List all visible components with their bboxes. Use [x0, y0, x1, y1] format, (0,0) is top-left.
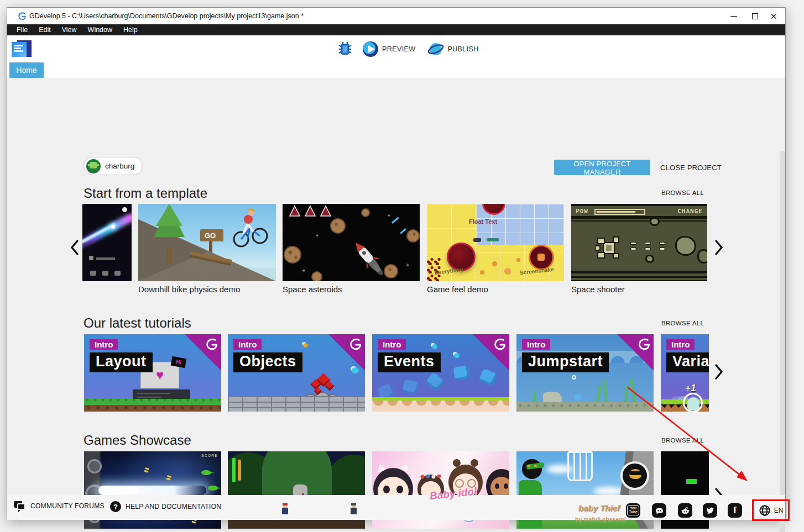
carousel-left-arrow-templates[interactable]	[69, 239, 81, 256]
title-bar[interactable]: GDevelop 5 - C:\Users\charburg\Documents…	[7, 8, 785, 24]
open-project-manager-button[interactable]: OPEN PROJECT MANAGER	[554, 160, 650, 175]
menu-view[interactable]: View	[57, 25, 82, 35]
close-icon: ✕	[770, 12, 777, 20]
username: charburg	[105, 162, 134, 170]
template-label-downhill[interactable]: Downhill bike physics demo	[138, 285, 240, 294]
template-card-downhill[interactable]: GO	[138, 204, 276, 281]
shooter-ship	[596, 236, 622, 260]
menu-help[interactable]: Help	[118, 25, 143, 35]
window-title: GDevelop 5 - C:\Users\charburg\Documents…	[29, 12, 304, 20]
gdevelop-g-icon	[347, 337, 362, 352]
minimize-icon	[730, 16, 737, 17]
info-icon	[122, 207, 127, 212]
language-selector[interactable]: EN	[752, 499, 790, 521]
asteroids-art	[283, 204, 420, 281]
babythief-title-art: baby Thief	[578, 503, 620, 513]
score-text: SCORE	[201, 454, 218, 457]
template-card-space-asteroids[interactable]	[283, 204, 420, 281]
tutorial-card-objects[interactable]: Intro Objects	[228, 334, 365, 412]
reddit-icon	[681, 506, 690, 515]
community-forums-link[interactable]: COMMUNITY FORUMS	[14, 501, 105, 511]
intro-badge: Intro	[233, 339, 262, 350]
preview-play-icon[interactable]	[362, 41, 379, 57]
facebook-icon: f	[733, 505, 737, 516]
go-sign-text: GO	[205, 231, 216, 240]
discord-icon	[655, 506, 664, 515]
maximize-icon	[752, 13, 758, 19]
menu-edit[interactable]: Edit	[34, 25, 56, 35]
heart-shape: ♥	[156, 368, 164, 382]
debug-icon[interactable]	[337, 41, 353, 57]
tutorial-title-objects: Objects	[233, 352, 302, 372]
browse-all-tutorials[interactable]: BROWSE ALL	[661, 320, 704, 326]
template-label-asteroids[interactable]: Space asteroids	[283, 285, 342, 294]
facebook-link[interactable]: f	[728, 503, 742, 518]
user-chip[interactable]: charburg	[83, 157, 143, 175]
section-title-templates: Start from a template	[83, 186, 207, 201]
shooter-power-bar	[594, 209, 645, 215]
vertical-scrollbar[interactable]	[780, 151, 785, 532]
template-label-gamefeel[interactable]: Game feel demo	[427, 285, 488, 294]
preview-button[interactable]: PREVIEW	[382, 45, 415, 53]
browse-all-templates[interactable]: BROWSE ALL	[661, 189, 704, 196]
publish-planet-icon[interactable]	[427, 41, 444, 57]
template-card-particle-demo[interactable]	[82, 204, 132, 281]
toolbar: PREVIEW PUBLISH	[7, 35, 785, 62]
minimize-button[interactable]	[724, 8, 743, 24]
intro-badge: Intro	[666, 339, 695, 350]
template-label-shooter[interactable]: Space shooter	[571, 285, 625, 294]
menu-window[interactable]: Window	[83, 25, 117, 35]
discord-link[interactable]	[652, 503, 666, 518]
tutorial-card-jumpstart[interactable]: Intro Jumpstart	[516, 334, 654, 412]
babythief-credit-art: by mahdi ghasemi	[575, 516, 626, 523]
close-project-button[interactable]: CLOSE PROJECT	[655, 160, 727, 175]
help-documentation-link[interactable]: ? HELP AND DOCUMENTATION	[110, 501, 221, 512]
gdevelop-g-icon	[636, 337, 651, 352]
section-title-showcase: Games Showcase	[83, 433, 191, 448]
chat-bubbles-icon	[14, 501, 26, 511]
template-card-space-shooter[interactable]: POW CHANGE	[571, 204, 707, 281]
tutorial-title-events: Events	[378, 352, 441, 372]
project-manager-button[interactable]	[12, 40, 33, 58]
carousel-right-arrow-tutorials[interactable]	[713, 364, 725, 380]
twitter-link[interactable]	[703, 503, 717, 518]
menu-bar: File Edit View Window Help	[7, 24, 785, 35]
intro-badge: Intro	[378, 339, 406, 350]
tutorial-card-events[interactable]: Intro Events	[372, 334, 509, 412]
maximize-button[interactable]	[745, 8, 764, 24]
gdevelop-logo-icon	[17, 12, 26, 20]
intro-badge: Intro	[522, 339, 550, 350]
footer: COMMUNITY FORUMS ? HELP AND DOCUMENTATIO…	[7, 495, 785, 520]
globe-icon	[759, 504, 771, 517]
gdevelop-g-icon	[203, 337, 218, 352]
shooter-change-text: CHANGE	[677, 208, 703, 215]
template-card-game-feel[interactable]: Float Text Everything Screenshake	[427, 204, 564, 281]
gdevelop-g-icon	[492, 337, 507, 352]
tutorial-title-jumpstart: Jumpstart	[522, 352, 609, 372]
app-window: GDevelop 5 - C:\Users\charburg\Documents…	[7, 7, 786, 520]
close-button[interactable]: ✕	[764, 8, 783, 24]
tutorial-title-layout: Layout	[90, 352, 153, 372]
browse-all-showcase[interactable]: BROWSE ALL	[661, 437, 704, 444]
intro-badge: Intro	[90, 339, 118, 350]
carousel-right-arrow-templates[interactable]	[713, 239, 725, 256]
menu-file[interactable]: File	[12, 25, 33, 35]
shooter-pow-text: POW	[576, 208, 588, 215]
gamefeel-float-text: Float Text	[469, 218, 497, 225]
tutorial-card-variables[interactable]: Intro Variab +1	[661, 334, 709, 412]
tutorial-card-layout[interactable]: Intro Layout ♥ Hi	[84, 334, 221, 412]
language-code: EN	[774, 507, 784, 514]
youtube-link[interactable]: YouTube	[626, 503, 640, 518]
section-title-tutorials: Our latest tutorials	[83, 315, 191, 331]
reddit-link[interactable]	[678, 503, 692, 518]
twitter-icon	[706, 506, 715, 515]
tab-strip: Home	[7, 62, 785, 78]
tab-home[interactable]: Home	[9, 62, 44, 78]
home-content: charburg OPEN PROJECT MANAGER CLOSE PROJ…	[7, 78, 785, 495]
downhill-art	[138, 204, 276, 281]
publish-button[interactable]: PUBLISH	[447, 45, 478, 53]
birdcage	[567, 451, 593, 481]
help-question-icon: ?	[110, 501, 121, 512]
tutorial-title-variables: Variab	[666, 352, 709, 372]
avatar	[86, 159, 101, 173]
